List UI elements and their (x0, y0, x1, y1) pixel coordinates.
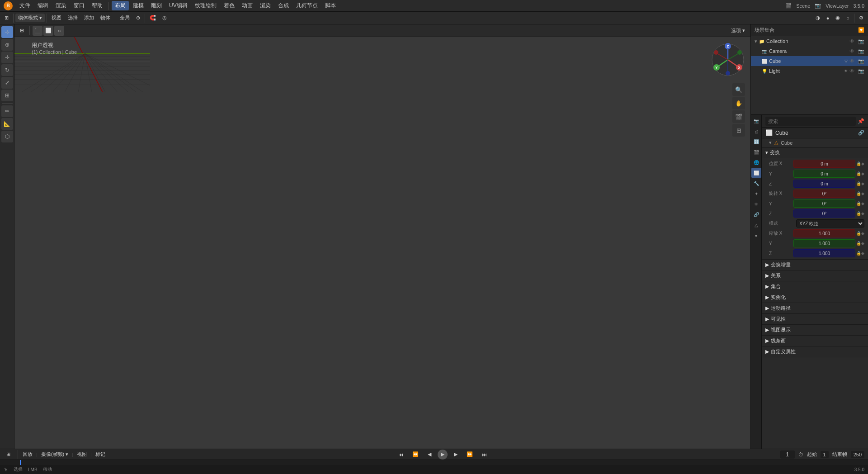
grid-overlay-btn[interactable]: ⊞ (732, 124, 745, 137)
menu-help[interactable]: 帮助 (89, 1, 106, 10)
view-btn[interactable]: 视图 (49, 14, 64, 22)
solid-view-btn[interactable]: ● (824, 14, 832, 22)
select-tool-btn[interactable]: ⊹ (1, 26, 13, 38)
loc-z-lock[interactable]: 🔒 (856, 181, 861, 186)
line-art-header[interactable]: ▶ 线条画 (762, 336, 868, 346)
annotate-tool-btn[interactable]: ✏ (1, 105, 13, 117)
visibility-header[interactable]: ▶ 可见性 (762, 314, 868, 324)
scale-y-lock[interactable]: 🔒 (856, 241, 861, 246)
pan-btn[interactable]: ✋ (732, 97, 745, 109)
outliner-item-camera[interactable]: 📷 Camera 👁 📷 (751, 46, 868, 56)
scale-x-lock[interactable]: 🔒 (856, 231, 861, 236)
loc-z-anim[interactable]: ◆ (861, 181, 864, 186)
prop-link-icon[interactable]: 🔗 (858, 130, 864, 136)
prop-tab-physics[interactable]: ⚛ (751, 199, 761, 209)
rot-z-input[interactable] (793, 209, 855, 218)
loc-y-lock[interactable]: 🔒 (856, 171, 861, 176)
solid-dot[interactable]: ⬛ (33, 26, 42, 36)
proportional-btn[interactable]: ◎ (160, 14, 170, 22)
options-btn[interactable]: ⚙ (856, 14, 866, 22)
rotate-tool-btn[interactable]: ↻ (1, 64, 13, 76)
render-view-btn[interactable]: ○ (844, 14, 852, 22)
jump-start-btn[interactable]: ⏮ (396, 451, 406, 458)
prop-tab-data[interactable]: △ (751, 220, 761, 230)
viewport-gizmo[interactable]: Z X Y (710, 42, 746, 78)
rot-y-input[interactable] (793, 199, 855, 208)
prop-tab-constraints[interactable]: 🔗 (751, 209, 761, 219)
prop-tab-view-layer[interactable]: 🔢 (751, 137, 761, 147)
pivot-btn[interactable]: ⊕ (133, 14, 143, 22)
prop-tab-output[interactable]: 🖨 (751, 126, 761, 136)
scale-z-anim[interactable]: ◆ (861, 251, 864, 256)
material-view-btn[interactable]: ◉ (833, 14, 843, 22)
prop-tab-world[interactable]: 🌐 (751, 157, 761, 167)
play-btn[interactable]: ▶ (438, 450, 448, 460)
add-mesh-tool-btn[interactable]: ⬡ (1, 131, 13, 142)
scale-y-anim[interactable]: ◆ (861, 241, 864, 246)
wireframe-dot[interactable]: ⬜ (43, 26, 53, 36)
custom-props-header[interactable]: ▶ 自定义属性 (762, 346, 868, 357)
prop-pin-icon[interactable]: 📌 (858, 118, 864, 124)
loc-x-input[interactable] (793, 160, 855, 168)
mode-dropdown[interactable]: 物体模式 ▾ (15, 14, 45, 22)
viewport-display-header[interactable]: ▶ 视图显示 (762, 325, 868, 335)
menu-file[interactable]: 文件 (16, 1, 33, 10)
cursor-tool-btn[interactable]: ⊕ (1, 39, 13, 51)
cube-vis-icon[interactable]: 👁 (849, 58, 854, 64)
move-tool-btn[interactable]: ✛ (1, 52, 13, 63)
prop-tab-render[interactable]: 📷 (751, 116, 761, 126)
rot-x-input[interactable] (793, 190, 855, 198)
menu-edit[interactable]: 编辑 (34, 1, 52, 10)
cube-render-icon[interactable]: 📷 (858, 58, 864, 64)
snap-btn[interactable]: 🧲 (147, 14, 159, 22)
next-keyframe-btn[interactable]: ▶ (451, 450, 460, 458)
loc-x-lock[interactable]: 🔒 (856, 161, 861, 166)
outliner-item-light[interactable]: 💡 Light ☀ 👁 📷 (751, 66, 868, 76)
loc-x-anim[interactable]: ◆ (861, 161, 864, 166)
scale-y-input[interactable] (793, 239, 855, 247)
collection-header[interactable]: ▶ 集合 (762, 281, 868, 292)
workspace-geometry-nodes[interactable]: 几何节点 (293, 1, 321, 10)
prev-frame-btn[interactable]: ⏪ (410, 450, 421, 458)
current-frame-value[interactable]: 1 (783, 451, 792, 458)
end-frame-input[interactable]: 250 (851, 451, 864, 458)
workspace-sculpting[interactable]: 雕刻 (148, 1, 165, 10)
editor-type-btn[interactable]: ⊞ (2, 14, 11, 22)
collection-vis-icon[interactable]: 👁 (849, 38, 854, 44)
rot-y-lock[interactable]: 🔒 (856, 201, 861, 206)
prop-tab-object[interactable]: ⬜ (751, 168, 761, 178)
loc-z-input[interactable] (793, 180, 855, 188)
prop-tab-modifier[interactable]: 🔧 (751, 178, 761, 188)
scale-z-lock[interactable]: 🔒 (856, 251, 861, 256)
collection-render-icon[interactable]: 📷 (858, 38, 864, 44)
loc-y-input[interactable] (793, 170, 855, 178)
timeline-editor-type[interactable]: ⊞ (4, 450, 13, 458)
render-dot[interactable]: ○ (54, 26, 64, 36)
prop-tab-particles[interactable]: ✦ (751, 189, 761, 199)
rot-x-lock[interactable]: 🔒 (856, 191, 861, 196)
workspace-shading[interactable]: 着色 (221, 1, 238, 10)
scale-x-input[interactable] (793, 229, 855, 237)
start-frame-input[interactable]: 1 (821, 451, 829, 458)
select-btn[interactable]: 选择 (65, 14, 80, 22)
loc-y-anim[interactable]: ◆ (861, 171, 864, 176)
camera-fps-label[interactable]: 摄像(帧频) ▾ (41, 451, 68, 458)
transform-section-header[interactable]: ▾ 变换 (762, 147, 868, 158)
viewport-options-btn[interactable]: 选项 ▾ (728, 26, 748, 35)
prev-keyframe-btn[interactable]: ◀ (425, 450, 434, 458)
light-render-icon[interactable]: 📷 (858, 68, 864, 74)
outliner-item-cube[interactable]: ⬜ Cube ▽ 👁 📷 (751, 56, 868, 66)
workspace-animation[interactable]: 动画 (239, 1, 256, 10)
jump-end-btn[interactable]: ⏭ (479, 451, 490, 458)
workspace-compositing[interactable]: 合成 (275, 1, 292, 10)
workspace-scripting[interactable]: 脚本 (322, 1, 339, 10)
viewport-3d[interactable]: ⊞ ⬛ ⬜ ○ 选项 ▾ 用户透视 (1) Collection | Cube … (14, 24, 750, 449)
transform-tool-btn[interactable]: ⊞ (1, 90, 13, 101)
workspace-texture-paint[interactable]: 纹理绘制 (192, 1, 220, 10)
marker-label[interactable]: 标记 (95, 451, 105, 458)
properties-search[interactable] (765, 117, 856, 126)
transform-delta-header[interactable]: ▶ 变换增量 (762, 260, 868, 270)
rot-z-anim[interactable]: ◆ (861, 211, 864, 216)
rot-y-anim[interactable]: ◆ (861, 201, 864, 206)
viewport-editor-type-btn[interactable]: ⊞ (17, 27, 27, 34)
